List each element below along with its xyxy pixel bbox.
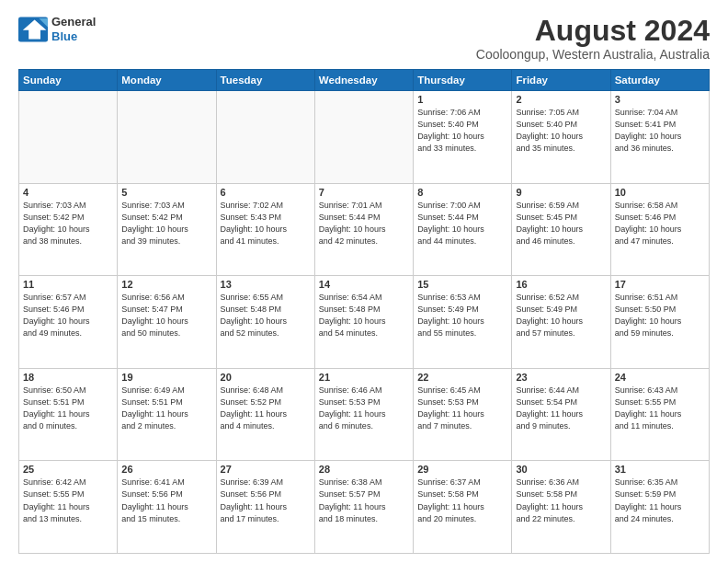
day-number: 15 [417, 279, 507, 290]
calendar-cell: 26Sunrise: 6:41 AM Sunset: 5:56 PM Dayli… [118, 461, 216, 554]
day-info: Sunrise: 6:38 AM Sunset: 5:57 PM Dayligh… [319, 477, 409, 524]
day-header-row: Sunday Monday Tuesday Wednesday Thursday… [19, 70, 710, 91]
header-sunday: Sunday [19, 70, 118, 91]
day-number: 28 [319, 464, 409, 475]
day-number: 13 [221, 279, 311, 290]
day-info: Sunrise: 6:57 AM Sunset: 5:46 PM Dayligh… [23, 292, 113, 339]
calendar-header: Sunday Monday Tuesday Wednesday Thursday… [19, 70, 710, 91]
calendar-cell: 6Sunrise: 7:02 AM Sunset: 5:43 PM Daylig… [216, 183, 314, 276]
calendar-week-3: 11Sunrise: 6:57 AM Sunset: 5:46 PM Dayli… [19, 276, 710, 369]
day-info: Sunrise: 6:48 AM Sunset: 5:52 PM Dayligh… [221, 385, 311, 432]
day-info: Sunrise: 7:02 AM Sunset: 5:43 PM Dayligh… [221, 200, 311, 247]
day-number: 23 [516, 372, 606, 383]
day-info: Sunrise: 6:36 AM Sunset: 5:58 PM Dayligh… [516, 477, 606, 524]
header-thursday: Thursday [414, 70, 512, 91]
day-info: Sunrise: 7:06 AM Sunset: 5:40 PM Dayligh… [417, 107, 507, 155]
day-info: Sunrise: 6:45 AM Sunset: 5:53 PM Dayligh… [417, 385, 507, 432]
location: Cooloongup, Western Australia, Australia [476, 47, 710, 62]
calendar-cell: 4Sunrise: 7:03 AM Sunset: 5:42 PM Daylig… [19, 183, 118, 276]
day-number: 24 [615, 372, 705, 383]
calendar-cell: 19Sunrise: 6:49 AM Sunset: 5:51 PM Dayli… [118, 368, 216, 461]
calendar-cell: 22Sunrise: 6:45 AM Sunset: 5:53 PM Dayli… [414, 368, 512, 461]
calendar-cell: 28Sunrise: 6:38 AM Sunset: 5:57 PM Dayli… [314, 461, 413, 554]
day-number: 25 [23, 464, 113, 475]
calendar-cell [118, 91, 216, 184]
header-friday: Friday [512, 70, 610, 91]
header-monday: Monday [118, 70, 216, 91]
day-info: Sunrise: 7:03 AM Sunset: 5:42 PM Dayligh… [23, 200, 113, 247]
day-info: Sunrise: 6:58 AM Sunset: 5:46 PM Dayligh… [615, 200, 705, 247]
calendar-table: Sunday Monday Tuesday Wednesday Thursday… [18, 69, 710, 554]
day-info: Sunrise: 6:43 AM Sunset: 5:55 PM Dayligh… [615, 385, 705, 432]
calendar-week-5: 25Sunrise: 6:42 AM Sunset: 5:55 PM Dayli… [19, 461, 710, 554]
calendar-body: 1Sunrise: 7:06 AM Sunset: 5:40 PM Daylig… [19, 91, 710, 554]
calendar-cell [19, 91, 118, 184]
day-info: Sunrise: 6:39 AM Sunset: 5:56 PM Dayligh… [221, 477, 311, 524]
calendar-cell: 23Sunrise: 6:44 AM Sunset: 5:54 PM Dayli… [512, 368, 610, 461]
day-number: 5 [121, 187, 211, 198]
calendar-cell: 2Sunrise: 7:05 AM Sunset: 5:40 PM Daylig… [512, 91, 610, 184]
header: General Blue August 2024 Cooloongup, Wes… [18, 15, 710, 62]
calendar-cell: 18Sunrise: 6:50 AM Sunset: 5:51 PM Dayli… [19, 368, 118, 461]
month-title: August 2024 [476, 15, 710, 47]
header-tuesday: Tuesday [216, 70, 314, 91]
calendar-cell: 5Sunrise: 7:03 AM Sunset: 5:42 PM Daylig… [118, 183, 216, 276]
calendar-cell [216, 91, 314, 184]
day-number: 17 [615, 279, 705, 290]
day-number: 26 [121, 464, 211, 475]
day-info: Sunrise: 6:46 AM Sunset: 5:53 PM Dayligh… [319, 385, 409, 432]
calendar-week-4: 18Sunrise: 6:50 AM Sunset: 5:51 PM Dayli… [19, 368, 710, 461]
calendar-cell: 17Sunrise: 6:51 AM Sunset: 5:50 PM Dayli… [610, 276, 709, 369]
day-info: Sunrise: 6:55 AM Sunset: 5:48 PM Dayligh… [221, 292, 311, 339]
day-number: 4 [23, 187, 113, 198]
day-info: Sunrise: 6:59 AM Sunset: 5:45 PM Dayligh… [516, 200, 606, 247]
calendar-week-2: 4Sunrise: 7:03 AM Sunset: 5:42 PM Daylig… [19, 183, 710, 276]
title-area: August 2024 Cooloongup, Western Australi… [476, 15, 710, 62]
day-number: 29 [417, 464, 507, 475]
day-info: Sunrise: 6:56 AM Sunset: 5:47 PM Dayligh… [121, 292, 211, 339]
calendar-cell: 21Sunrise: 6:46 AM Sunset: 5:53 PM Dayli… [314, 368, 413, 461]
day-info: Sunrise: 6:49 AM Sunset: 5:51 PM Dayligh… [121, 385, 211, 432]
day-number: 11 [23, 279, 113, 290]
page: General Blue August 2024 Cooloongup, Wes… [0, 0, 728, 563]
logo-line1: General [51, 15, 96, 29]
day-number: 18 [23, 372, 113, 383]
calendar-week-1: 1Sunrise: 7:06 AM Sunset: 5:40 PM Daylig… [19, 91, 710, 184]
day-info: Sunrise: 6:41 AM Sunset: 5:56 PM Dayligh… [121, 477, 211, 524]
day-number: 30 [516, 464, 606, 475]
day-number: 27 [221, 464, 311, 475]
calendar-cell: 9Sunrise: 6:59 AM Sunset: 5:45 PM Daylig… [512, 183, 610, 276]
day-info: Sunrise: 6:50 AM Sunset: 5:51 PM Dayligh… [23, 385, 113, 432]
day-number: 14 [319, 279, 409, 290]
calendar-cell: 1Sunrise: 7:06 AM Sunset: 5:40 PM Daylig… [414, 91, 512, 184]
logo-line2: Blue [51, 29, 96, 44]
calendar-cell: 27Sunrise: 6:39 AM Sunset: 5:56 PM Dayli… [216, 461, 314, 554]
calendar-cell: 3Sunrise: 7:04 AM Sunset: 5:41 PM Daylig… [610, 91, 709, 184]
calendar-cell: 29Sunrise: 6:37 AM Sunset: 5:58 PM Dayli… [414, 461, 512, 554]
day-number: 21 [319, 372, 409, 383]
day-number: 19 [121, 372, 211, 383]
calendar-cell [314, 91, 413, 184]
calendar-cell: 11Sunrise: 6:57 AM Sunset: 5:46 PM Dayli… [19, 276, 118, 369]
calendar-cell: 7Sunrise: 7:01 AM Sunset: 5:44 PM Daylig… [314, 183, 413, 276]
day-info: Sunrise: 7:03 AM Sunset: 5:42 PM Dayligh… [121, 200, 211, 247]
day-number: 6 [221, 187, 311, 198]
calendar-cell: 15Sunrise: 6:53 AM Sunset: 5:49 PM Dayli… [414, 276, 512, 369]
day-number: 20 [221, 372, 311, 383]
calendar-cell: 8Sunrise: 7:00 AM Sunset: 5:44 PM Daylig… [414, 183, 512, 276]
calendar-cell: 12Sunrise: 6:56 AM Sunset: 5:47 PM Dayli… [118, 276, 216, 369]
day-info: Sunrise: 6:44 AM Sunset: 5:54 PM Dayligh… [516, 385, 606, 432]
calendar-cell: 25Sunrise: 6:42 AM Sunset: 5:55 PM Dayli… [19, 461, 118, 554]
logo-text: General Blue [51, 15, 96, 43]
header-saturday: Saturday [610, 70, 709, 91]
day-info: Sunrise: 6:52 AM Sunset: 5:49 PM Dayligh… [516, 292, 606, 339]
day-number: 16 [516, 279, 606, 290]
day-info: Sunrise: 7:01 AM Sunset: 5:44 PM Dayligh… [319, 200, 409, 247]
calendar-cell: 14Sunrise: 6:54 AM Sunset: 5:48 PM Dayli… [314, 276, 413, 369]
day-number: 12 [121, 279, 211, 290]
day-number: 9 [516, 187, 606, 198]
day-number: 7 [319, 187, 409, 198]
day-info: Sunrise: 7:00 AM Sunset: 5:44 PM Dayligh… [417, 200, 507, 247]
day-info: Sunrise: 6:42 AM Sunset: 5:55 PM Dayligh… [23, 477, 113, 524]
day-info: Sunrise: 7:05 AM Sunset: 5:40 PM Dayligh… [516, 107, 606, 155]
